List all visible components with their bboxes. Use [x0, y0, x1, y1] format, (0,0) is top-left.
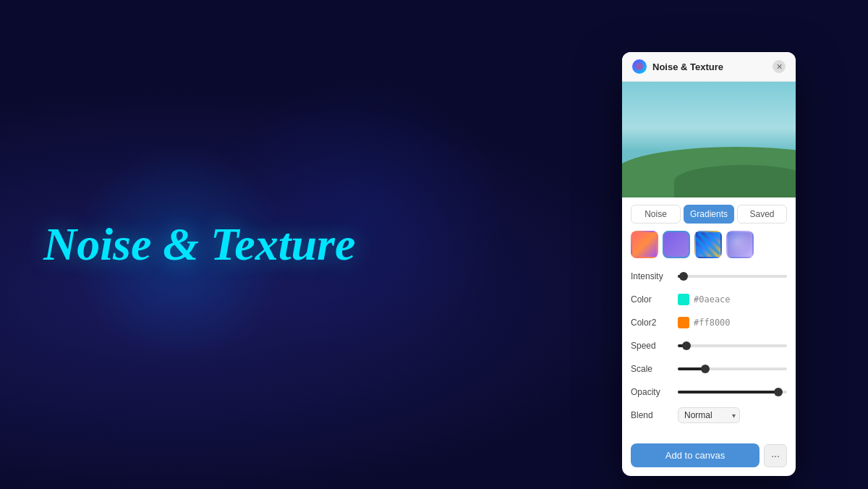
preview-hill-mid: [674, 165, 796, 197]
color-swatch-box: [678, 294, 689, 305]
blend-row: Blend Normal Multiply Screen Overlay Sof…: [631, 407, 787, 423]
scale-thumb[interactable]: [701, 365, 710, 373]
noise-texture-panel: Noise & Texture ✕ Noise Gradients Saved …: [622, 52, 796, 476]
more-icon: ···: [771, 450, 780, 462]
preview-area: [622, 82, 796, 197]
color-swatch[interactable]: #0aeace: [678, 294, 787, 305]
opacity-fill: [678, 391, 778, 394]
color2-row: Color2 #ff8000: [631, 315, 787, 331]
tab-noise[interactable]: Noise: [631, 205, 681, 224]
thumbnail-1[interactable]: [631, 231, 658, 258]
opacity-label: Opacity: [631, 387, 678, 397]
speed-label: Speed: [631, 341, 678, 351]
color-label: Color: [631, 294, 678, 305]
scale-label: Scale: [631, 364, 678, 374]
thumbnail-2[interactable]: [663, 231, 690, 258]
color-hex-value: #0aeace: [694, 294, 731, 305]
opacity-thumb[interactable]: [774, 388, 783, 396]
blend-label: Blend: [631, 410, 678, 420]
color2-label: Color2: [631, 318, 678, 328]
intensity-slider[interactable]: [678, 275, 787, 278]
panel-title: Noise & Texture: [652, 61, 723, 72]
intensity-row: Intensity: [631, 268, 787, 284]
color2-swatch[interactable]: #ff8000: [678, 317, 787, 328]
scale-row: Scale: [631, 361, 787, 377]
scale-slider[interactable]: [678, 367, 787, 370]
intensity-thumb[interactable]: [679, 272, 688, 281]
speed-thumb[interactable]: [682, 341, 691, 350]
opacity-slider[interactable]: [678, 391, 787, 394]
tab-saved[interactable]: Saved: [737, 205, 787, 224]
panel-footer: Add to canvas ···: [622, 438, 796, 476]
speed-row: Speed: [631, 338, 787, 354]
panel-header-left: Noise & Texture: [632, 59, 723, 74]
close-button[interactable]: ✕: [773, 60, 786, 73]
intensity-label: Intensity: [631, 271, 678, 281]
blend-select[interactable]: Normal Multiply Screen Overlay Soft Ligh…: [678, 407, 740, 423]
more-options-button[interactable]: ···: [764, 444, 787, 467]
add-to-canvas-button[interactable]: Add to canvas: [631, 443, 760, 467]
blend-control: Normal Multiply Screen Overlay Soft Ligh…: [678, 407, 787, 423]
speed-slider[interactable]: [678, 344, 787, 347]
thumbnail-row: [622, 228, 796, 265]
tab-bar: Noise Gradients Saved: [622, 197, 796, 228]
page-title: Noise & Texture: [43, 218, 355, 271]
tab-gradients[interactable]: Gradients: [684, 205, 734, 224]
panel-app-icon: [632, 59, 647, 74]
color-row: Color #0aeace: [631, 292, 787, 307]
svg-point-0: [636, 63, 643, 70]
opacity-row: Opacity: [631, 384, 787, 400]
controls-section: Intensity Color #0aeace Color2 #ff8000: [622, 265, 796, 438]
thumbnail-3[interactable]: [694, 231, 722, 258]
color2-swatch-box: [678, 317, 689, 328]
thumbnail-4[interactable]: [726, 231, 754, 258]
panel-header: Noise & Texture ✕: [622, 52, 796, 82]
color2-hex-value: #ff8000: [694, 318, 731, 328]
